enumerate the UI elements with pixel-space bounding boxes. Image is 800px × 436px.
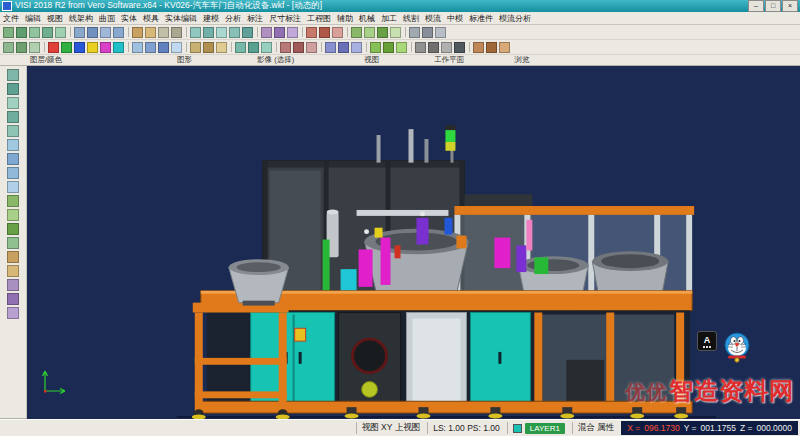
menu-item[interactable]: 视图	[44, 13, 66, 24]
tool-icon[interactable]	[202, 41, 215, 53]
menu-item[interactable]: 模流分析	[496, 13, 534, 24]
attribute-mode-field[interactable]: 混合 属性	[572, 422, 619, 434]
tool-icon[interactable]	[421, 26, 434, 38]
tool-icon[interactable]	[6, 96, 20, 109]
tool-icon[interactable]	[472, 41, 485, 53]
tool-icon[interactable]	[86, 26, 99, 38]
tool-icon[interactable]	[60, 41, 73, 53]
tool-icon[interactable]	[292, 41, 305, 53]
tool-icon[interactable]	[131, 41, 144, 53]
tool-icon[interactable]	[324, 41, 337, 53]
tool-icon[interactable]	[363, 26, 376, 38]
tool-icon[interactable]	[157, 26, 170, 38]
minimize-button[interactable]: –	[748, 0, 764, 12]
menu-item[interactable]: 实体编辑	[162, 13, 200, 24]
tool-icon[interactable]	[15, 41, 28, 53]
menu-item[interactable]: 标注	[244, 13, 266, 24]
tool-icon[interactable]	[234, 41, 247, 53]
tool-icon[interactable]	[170, 26, 183, 38]
tool-icon[interactable]	[286, 26, 299, 38]
tool-icon[interactable]	[498, 41, 511, 53]
menu-item[interactable]: 文件	[0, 13, 22, 24]
tool-icon[interactable]	[453, 41, 466, 53]
tool-icon[interactable]	[2, 26, 15, 38]
tool-icon[interactable]	[73, 26, 86, 38]
maximize-button[interactable]: □	[765, 0, 781, 12]
menu-item[interactable]: 线割	[400, 13, 422, 24]
tool-icon[interactable]	[305, 41, 318, 53]
menu-item[interactable]: 编辑	[22, 13, 44, 24]
tool-icon[interactable]	[260, 26, 273, 38]
viewport-3d[interactable]: A 优优智造资料网	[27, 66, 800, 419]
tool-icon[interactable]	[6, 152, 20, 165]
tool-icon[interactable]	[6, 194, 20, 207]
tool-icon[interactable]	[6, 264, 20, 277]
close-button[interactable]: ×	[782, 0, 798, 12]
tool-icon[interactable]	[112, 41, 125, 53]
tool-icon[interactable]	[73, 41, 86, 53]
tool-icon[interactable]	[99, 41, 112, 53]
tool-icon[interactable]	[54, 26, 67, 38]
view-mode-field[interactable]: 视图 XY 上视图	[356, 422, 425, 434]
tool-icon[interactable]	[6, 222, 20, 235]
tool-icon[interactable]	[6, 138, 20, 151]
tool-icon[interactable]	[260, 41, 273, 53]
tool-icon[interactable]	[337, 41, 350, 53]
tool-icon[interactable]	[434, 26, 447, 38]
tool-icon[interactable]	[241, 26, 254, 38]
menu-item[interactable]: 标准件	[466, 13, 496, 24]
tool-icon[interactable]	[273, 26, 286, 38]
tool-icon[interactable]	[279, 41, 292, 53]
tool-icon[interactable]	[408, 26, 421, 38]
tool-icon[interactable]	[6, 110, 20, 123]
layer-badge[interactable]: LAYER1	[525, 423, 565, 434]
tool-icon[interactable]	[6, 124, 20, 137]
tool-icon[interactable]	[15, 26, 28, 38]
tool-icon[interactable]	[485, 41, 498, 53]
menu-item[interactable]: 模流	[422, 13, 444, 24]
tool-icon[interactable]	[376, 26, 389, 38]
tool-icon[interactable]	[440, 41, 453, 53]
tool-icon[interactable]	[382, 41, 395, 53]
tool-icon[interactable]	[112, 26, 125, 38]
tool-icon[interactable]	[6, 278, 20, 291]
menu-item[interactable]: 实体	[118, 13, 140, 24]
tool-icon[interactable]	[144, 26, 157, 38]
menu-item[interactable]: 建模	[200, 13, 222, 24]
tool-icon[interactable]	[157, 41, 170, 53]
tool-icon[interactable]	[369, 41, 382, 53]
machine-3d-model[interactable]	[27, 66, 800, 419]
tool-icon[interactable]	[99, 26, 112, 38]
tool-icon[interactable]	[350, 41, 363, 53]
tool-icon[interactable]	[28, 26, 41, 38]
tool-icon[interactable]	[189, 41, 202, 53]
menu-item[interactable]: 模具	[140, 13, 162, 24]
menu-item[interactable]: 加工	[378, 13, 400, 24]
tool-icon[interactable]	[215, 26, 228, 38]
tool-icon[interactable]	[427, 41, 440, 53]
menu-item[interactable]: 线架构	[66, 13, 96, 24]
tool-icon[interactable]	[6, 208, 20, 221]
menu-item[interactable]: 尺寸标注	[266, 13, 304, 24]
tool-icon[interactable]	[41, 26, 54, 38]
tool-icon[interactable]	[414, 41, 427, 53]
menu-item[interactable]: 中模	[444, 13, 466, 24]
tool-icon[interactable]	[305, 26, 318, 38]
tool-icon[interactable]	[6, 292, 20, 305]
tool-icon[interactable]	[6, 166, 20, 179]
tool-icon[interactable]	[131, 26, 144, 38]
menu-item[interactable]: 机械	[356, 13, 378, 24]
menu-item[interactable]: 工程图	[304, 13, 334, 24]
tool-icon[interactable]	[6, 68, 20, 81]
menu-item[interactable]: 分析	[222, 13, 244, 24]
tool-icon[interactable]	[215, 41, 228, 53]
tool-icon[interactable]	[189, 26, 202, 38]
tool-icon[interactable]	[350, 26, 363, 38]
layer-field[interactable]: LAYER1	[507, 422, 570, 434]
tool-icon[interactable]	[6, 82, 20, 95]
tool-icon[interactable]	[6, 250, 20, 263]
tool-icon[interactable]	[6, 180, 20, 193]
tool-icon[interactable]	[170, 41, 183, 53]
tool-icon[interactable]	[318, 26, 331, 38]
tool-icon[interactable]	[144, 41, 157, 53]
